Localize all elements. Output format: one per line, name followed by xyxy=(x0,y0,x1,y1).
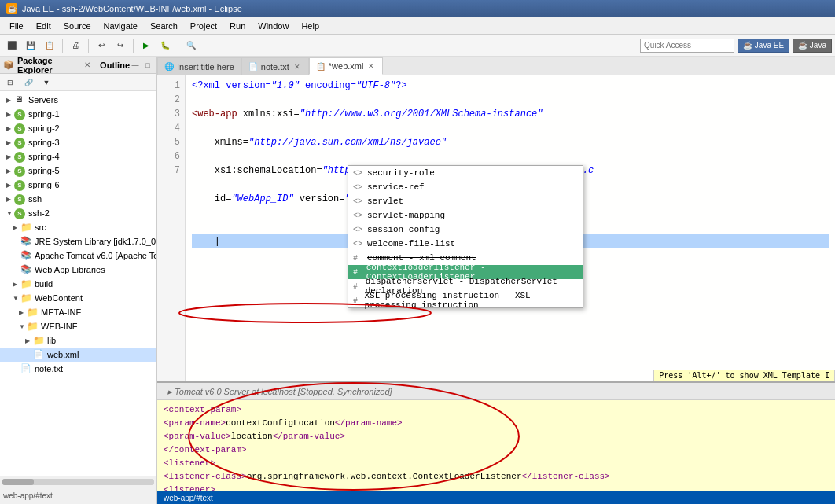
sidebar-tree[interactable]: ▶ 🖥 Servers ▶ S spring-1 ▶ S spring-2 ▶ … xyxy=(0,91,156,476)
src-icon: 📁 xyxy=(20,222,33,233)
editor-area: 🌐 Insert title here 📄 note.txt ✕ 📋 *web.… xyxy=(157,57,835,504)
tree-item-spring-1[interactable]: ▶ S spring-1 xyxy=(0,107,156,121)
quick-access-area: ☕ Java EE ☕ Java xyxy=(640,39,832,53)
menu-search[interactable]: Search xyxy=(144,20,184,32)
ac-item-security-role[interactable]: <> security-role xyxy=(348,166,583,180)
tab-notetxt[interactable]: 📄 note.txt ✕ xyxy=(241,57,309,75)
redo-button[interactable]: ↪ xyxy=(112,37,129,54)
tab-insert-title[interactable]: 🌐 Insert title here xyxy=(157,57,241,75)
tree-item-webcontent[interactable]: ▼ 📁 WebContent xyxy=(0,291,156,305)
menu-edit[interactable]: Edit xyxy=(30,20,57,32)
sidebar-menu-button[interactable]: ▼ xyxy=(38,74,55,91)
maximize-sidebar-button[interactable]: □ xyxy=(142,60,153,71)
new-button[interactable]: ⬛ xyxy=(3,37,20,54)
sidebar-path: web-app/#text xyxy=(3,491,53,500)
arrow-webcontent: ▼ xyxy=(13,295,20,302)
tab-close-note[interactable]: ✕ xyxy=(292,63,302,71)
link-with-editor-button[interactable]: 🔗 xyxy=(20,74,37,91)
jre-label: JRE System Library [jdk1.7.0_01] xyxy=(35,237,156,246)
java-perspective-button[interactable]: ☕ Java xyxy=(793,39,832,53)
ac-icon-4: <> xyxy=(353,212,364,220)
build-icon: 📁 xyxy=(20,278,33,289)
save-button[interactable]: 💾 xyxy=(22,37,39,54)
menu-help[interactable]: Help xyxy=(295,20,326,32)
sidebar-bottom-bar: web-app/#text xyxy=(0,487,156,504)
tree-item-notetxt[interactable]: ▶ 📄 note.txt xyxy=(0,362,156,376)
bc-line-8: <listener> xyxy=(164,457,829,470)
tree-item-tomcat[interactable]: ▶ 📚 Apache Tomcat v6.0 [Apache Tom xyxy=(0,248,156,263)
print-button[interactable]: 🖨 xyxy=(67,37,84,54)
save-all-button[interactable]: 📋 xyxy=(41,37,58,54)
search-button[interactable]: 🔍 xyxy=(182,37,200,54)
java-ee-perspective-button[interactable]: ☕ Java EE xyxy=(738,39,789,53)
bottom-status-bar: ▸ Tomcat v6.0 Server at localhost [Stopp… xyxy=(157,384,403,399)
tab-label-note: note.txt xyxy=(261,62,289,72)
bottom-content[interactable]: <context-param> <param-name>contextConfi… xyxy=(157,400,835,491)
sidebar-scrollbar[interactable] xyxy=(0,476,156,487)
package-explorer-icon: 📦 xyxy=(3,60,14,70)
tab-bar: 🌐 Insert title here 📄 note.txt ✕ 📋 *web.… xyxy=(157,57,835,75)
line-numbers: 1 2 3 4 5 6 7 xyxy=(157,75,186,381)
ac-icon-6: <> xyxy=(353,240,364,248)
ac-item-servlet[interactable]: <> servlet xyxy=(348,194,583,208)
menu-file[interactable]: File xyxy=(3,20,30,32)
tree-item-spring-2[interactable]: ▶ S spring-2 xyxy=(0,121,156,135)
collapse-all-button[interactable]: ⊟ xyxy=(2,74,19,91)
tree-item-lib[interactable]: ▶ 📁 lib xyxy=(0,333,156,348)
menu-source[interactable]: Source xyxy=(57,20,97,32)
ac-item-welcome-file-list[interactable]: <> welcome-file-list xyxy=(348,237,583,251)
toolbar-sep-2 xyxy=(88,39,89,53)
ssh-icon: S xyxy=(14,193,27,204)
tree-item-servers[interactable]: ▶ 🖥 Servers xyxy=(0,93,156,107)
toolbar-sep-1 xyxy=(62,39,63,53)
ac-icon-8: # xyxy=(353,268,363,277)
tree-item-spring-3[interactable]: ▶ S spring-3 xyxy=(0,135,156,149)
tab-webxml[interactable]: 📋 *web.xml ✕ xyxy=(309,57,384,75)
ac-item-xsl[interactable]: # XSL processing instruction - XSL proce… xyxy=(348,293,583,307)
webxml-icon: 📄 xyxy=(33,349,46,360)
tree-item-webxml[interactable]: ▶ 📄 web.xml xyxy=(0,348,156,362)
debug-button[interactable]: 🐛 xyxy=(156,37,174,54)
ac-label-7: comment - xml comment xyxy=(367,253,476,263)
bc-line-5: </context-param> xyxy=(164,443,829,457)
menu-navigate[interactable]: Navigate xyxy=(97,20,144,32)
menu-project[interactable]: Project xyxy=(184,20,223,32)
spring-5-label: spring-5 xyxy=(28,166,60,175)
tree-item-build[interactable]: ▶ 📁 build xyxy=(0,277,156,291)
ac-item-service-ref[interactable]: <> service-ref xyxy=(348,180,583,194)
arrow-spring-5: ▶ xyxy=(6,167,14,175)
tree-item-spring-5[interactable]: ▶ S spring-5 xyxy=(0,164,156,178)
tree-item-ssh-2[interactable]: ▼ S ssh-2 xyxy=(0,206,156,220)
eclipse-icon: ☕ xyxy=(6,3,17,14)
tree-item-weblibs[interactable]: ▶ 📚 Web App Libraries xyxy=(0,263,156,277)
tree-item-ssh[interactable]: ▶ S ssh xyxy=(0,192,156,206)
menu-run[interactable]: Run xyxy=(223,20,252,32)
code-line-2: <web-app xmlns:xsi="http://www.w3.org/20… xyxy=(192,107,829,121)
tree-item-webinf[interactable]: ▼ 📁 WEB-INF xyxy=(0,319,156,333)
sidebar-header-right: — □ xyxy=(130,60,153,71)
ac-item-session-config[interactable]: <> session-config xyxy=(348,223,583,237)
title-text: Java EE - ssh-2/WebContent/WEB-INF/web.x… xyxy=(22,4,242,13)
tree-item-src[interactable]: ▶ 📁 src xyxy=(0,220,156,234)
tree-item-metainf[interactable]: ▶ 📁 META-INF xyxy=(0,305,156,319)
menu-window[interactable]: Window xyxy=(252,20,295,32)
spring-4-icon: S xyxy=(14,151,27,162)
tree-item-spring-4[interactable]: ▶ S spring-4 xyxy=(0,149,156,164)
run-button[interactable]: ▶ xyxy=(138,37,155,54)
quick-access-input[interactable] xyxy=(640,39,734,53)
hint-text: Press 'Alt+/' to show XML Template I xyxy=(659,371,829,380)
tab-close-webxml[interactable]: ✕ xyxy=(366,62,376,70)
tree-item-jre[interactable]: ▶ 📚 JRE System Library [jdk1.7.0_01] xyxy=(0,234,156,248)
ac-label-1: security-role xyxy=(367,168,435,178)
arrow-webinf: ▼ xyxy=(19,323,27,330)
ac-item-servlet-mapping[interactable]: <> servlet-mapping xyxy=(348,208,583,223)
spring-6-icon: S xyxy=(14,179,27,190)
undo-button[interactable]: ↩ xyxy=(93,37,110,54)
code-line-1: <?xml version="1.0" encoding="UTF-8"?> xyxy=(192,79,829,93)
metainf-icon: 📁 xyxy=(27,307,39,318)
tree-item-spring-6[interactable]: ▶ S spring-6 xyxy=(0,178,156,192)
minimize-sidebar-button[interactable]: — xyxy=(130,60,141,71)
arrow-servers: ▶ xyxy=(6,97,14,104)
autocomplete-popup[interactable]: <> security-role <> service-ref <> servl… xyxy=(348,165,583,308)
build-label: build xyxy=(35,279,53,289)
